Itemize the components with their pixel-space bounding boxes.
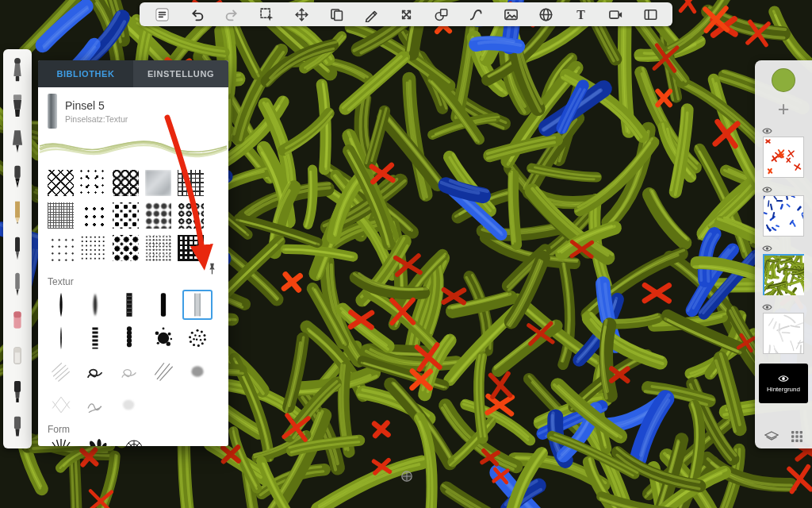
brush-tip-flat-glyph	[185, 291, 210, 318]
texture-swatch-blur-dots[interactable]	[145, 202, 171, 229]
brush-tip-solid[interactable]	[148, 290, 178, 320]
background-layer[interactable]: Hintergrund	[759, 364, 808, 403]
brush-tip-dashed-column[interactable]	[80, 323, 110, 353]
layer-visibility-toggle[interactable]	[762, 244, 772, 253]
layer-thumbnail-canvas	[764, 314, 803, 353]
texture-swatch-stars[interactable]	[80, 170, 106, 196]
layer-thumbnail[interactable]	[763, 195, 804, 237]
brush-tip-dark-scribble[interactable]	[80, 356, 110, 387]
brush-tip-light-hatch[interactable]	[46, 356, 76, 387]
add-layer-button[interactable]: +	[778, 99, 790, 119]
fan-brush-glyph	[49, 437, 73, 446]
form-brush-smudge[interactable]	[159, 437, 182, 446]
texture-swatch-weave[interactable]	[178, 235, 204, 261]
texture-swatch-halftone[interactable]	[113, 202, 139, 229]
brush-tip-thin[interactable]	[46, 323, 76, 353]
shapes-icon	[434, 7, 449, 22]
brush-tip-flat[interactable]	[182, 290, 213, 320]
brush-tool-paintbrush[interactable]	[6, 90, 29, 122]
redo-button[interactable]	[214, 2, 249, 26]
brush-tool-airbrush[interactable]	[6, 54, 29, 87]
brush-tip-halftone-blob-glyph	[185, 325, 210, 352]
marking-menu-button[interactable]	[144, 2, 179, 26]
brush-tip-dotted-column[interactable]	[114, 323, 144, 353]
brush-tool-pencil[interactable]	[6, 197, 29, 229]
texture-swatch-circle-lattice[interactable]	[113, 170, 139, 196]
transform-button[interactable]	[284, 2, 319, 26]
brush-tool-marker[interactable]	[6, 375, 29, 408]
brush-tool-soft-eraser[interactable]	[6, 304, 29, 337]
grid-view-icon[interactable]	[791, 431, 802, 442]
layer-visibility-toggle[interactable]	[762, 303, 772, 312]
brush-tip-pencil-scribble[interactable]	[80, 390, 110, 420]
texture-swatch-ring-dots[interactable]	[178, 202, 204, 229]
stroke-preview	[38, 132, 228, 164]
texture-swatch-bold-halftone[interactable]	[113, 235, 139, 261]
brush-tool-cone-brush[interactable]	[6, 125, 29, 158]
brush-tip-splatter[interactable]	[148, 323, 178, 353]
color-swatch[interactable]	[772, 68, 795, 92]
brush-tip-rough[interactable]	[114, 290, 144, 320]
layer-list	[760, 127, 806, 354]
distort-button[interactable]	[389, 2, 423, 26]
import-image-button[interactable]	[493, 2, 528, 26]
layers-icon[interactable]	[764, 431, 779, 442]
texture-swatch-fine-grid[interactable]	[178, 170, 204, 196]
layer-visibility-toggle[interactable]	[762, 186, 772, 194]
brush-tip-light-crosshatch[interactable]	[46, 390, 76, 420]
brush-tip-solid-glyph	[151, 291, 176, 318]
layer-thumbnail[interactable]	[763, 254, 804, 295]
tab-bibliothek[interactable]: BIBLIOTHEK	[38, 60, 133, 87]
undo-button[interactable]	[179, 2, 214, 26]
brush-tip-light-crosshatch-glyph	[48, 391, 74, 418]
brush-tip-faint-blob[interactable]	[114, 390, 144, 420]
texture-pattern-tiny-dots-sparse	[48, 235, 74, 261]
texture-swatch-crosshatch[interactable]	[48, 170, 74, 196]
form-brush-fan-brush[interactable]	[49, 437, 73, 446]
layer-1	[760, 127, 806, 178]
perspective-button[interactable]	[528, 2, 563, 26]
layer-thumbnail[interactable]	[763, 313, 804, 354]
background-visibility-icon[interactable]	[778, 375, 789, 383]
brush-tip-light-scribble[interactable]	[114, 356, 144, 387]
brush-tip-diagonal-hatch[interactable]	[148, 356, 178, 387]
brush-tip-pencil-scribble-glyph	[82, 391, 108, 418]
guides-button[interactable]	[354, 2, 389, 26]
canvas-layout-button[interactable]	[633, 2, 668, 26]
form-brush-leaf-cluster[interactable]	[86, 437, 109, 446]
shapes-button[interactable]	[423, 2, 458, 26]
brush-tool-chisel-marker[interactable]	[6, 411, 29, 444]
timelapse-button[interactable]	[598, 2, 633, 26]
pin-row	[38, 261, 228, 274]
svg-text:T: T	[576, 7, 585, 21]
layer-visibility-toggle[interactable]	[762, 127, 772, 136]
smudge-glyph	[159, 437, 182, 446]
texture-swatch-sparse-dots[interactable]	[80, 202, 106, 229]
brush-tip-splatter-glyph	[151, 325, 176, 352]
stroke-style-button[interactable]	[458, 2, 493, 26]
brush-tip-taper[interactable]	[46, 290, 76, 320]
ruler-icon	[364, 7, 379, 22]
texture-swatch-tiny-dots-sparse[interactable]	[48, 235, 74, 261]
image-icon	[504, 7, 519, 22]
marker-icon	[8, 377, 27, 406]
crop-button[interactable]	[319, 2, 354, 26]
selection-button[interactable]	[249, 2, 284, 26]
brush-tool-hard-eraser[interactable]	[6, 340, 29, 372]
texture-swatch-tiny-dots[interactable]	[80, 235, 106, 261]
text-tool-button[interactable]: T	[563, 2, 598, 26]
layer-thumbnail[interactable]	[763, 137, 804, 178]
brush-tool-ink-pen[interactable]	[6, 233, 29, 265]
brush-tip-soft[interactable]	[80, 290, 110, 320]
tab-einstellung[interactable]: EINSTELLUNG	[133, 60, 228, 87]
texture-swatch-soft-noise[interactable]	[145, 170, 171, 196]
form-brush-web[interactable]	[122, 437, 146, 446]
brush-tip-soft-blob[interactable]	[182, 356, 213, 387]
brush-tool-ballpoint-pen[interactable]	[6, 268, 29, 301]
brush-tip-halftone-blob[interactable]	[182, 323, 213, 353]
texture-grid	[38, 164, 228, 261]
texture-swatch-mesh[interactable]	[48, 202, 74, 229]
brush-tool-fountain-pen[interactable]	[6, 161, 29, 194]
texture-swatch-grain[interactable]	[145, 235, 171, 261]
layer-4	[760, 303, 806, 354]
